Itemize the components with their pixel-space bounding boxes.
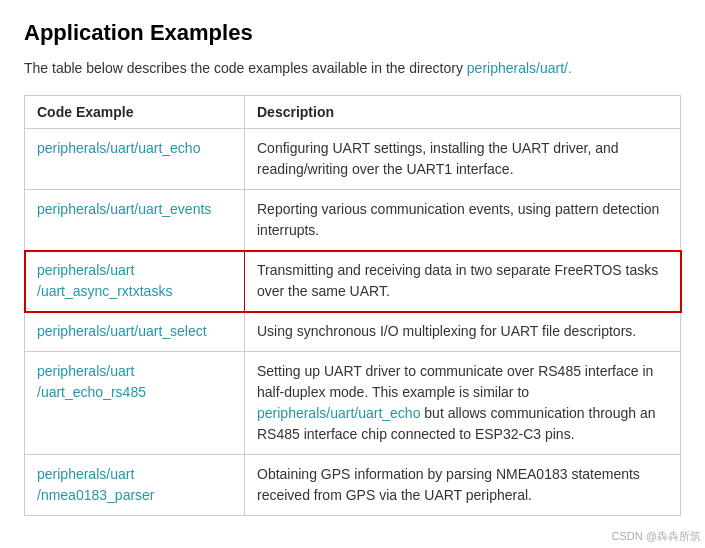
code-example-link[interactable]: peripherals/uart/uart_echo (37, 140, 200, 156)
intro-paragraph: The table below describes the code examp… (24, 58, 681, 79)
col-header-description: Description (245, 96, 681, 129)
code-example-link[interactable]: peripherals/uart/uart_echo_rs485 (37, 363, 146, 400)
intro-link[interactable]: peripherals/uart/. (467, 60, 572, 76)
code-example-link[interactable]: peripherals/uart/uart_select (37, 323, 207, 339)
table-row: peripherals/uart/uart_selectUsing synchr… (25, 312, 681, 352)
description-cell: Transmitting and receiving data in two s… (245, 251, 681, 312)
table-row: peripherals/uart/uart_echoConfiguring UA… (25, 129, 681, 190)
col-header-code: Code Example (25, 96, 245, 129)
description-cell: Using synchronous I/O multiplexing for U… (245, 312, 681, 352)
table-row: peripherals/uart/uart_echo_rs485Setting … (25, 352, 681, 455)
table-row: peripherals/uart/nmea0183_parserObtainin… (25, 455, 681, 516)
code-example-link[interactable]: peripherals/uart/uart_async_rxtxtasks (37, 262, 172, 299)
description-cell: Obtaining GPS information by parsing NME… (245, 455, 681, 516)
page-title: Application Examples (24, 20, 681, 46)
description-cell: Configuring UART settings, installing th… (245, 129, 681, 190)
table-row: peripherals/uart/uart_eventsReporting va… (25, 190, 681, 251)
watermark: CSDN @犇犇所筑 (612, 529, 701, 536)
code-example-link[interactable]: peripherals/uart/nmea0183_parser (37, 466, 155, 503)
examples-table: Code Example Description peripherals/uar… (24, 95, 681, 516)
description-cell: Reporting various communication events, … (245, 190, 681, 251)
description-cell: Setting up UART driver to communicate ov… (245, 352, 681, 455)
description-link[interactable]: peripherals/uart/uart_echo (257, 405, 420, 421)
table-row: peripherals/uart/uart_async_rxtxtasksTra… (25, 251, 681, 312)
code-example-link[interactable]: peripherals/uart/uart_events (37, 201, 211, 217)
